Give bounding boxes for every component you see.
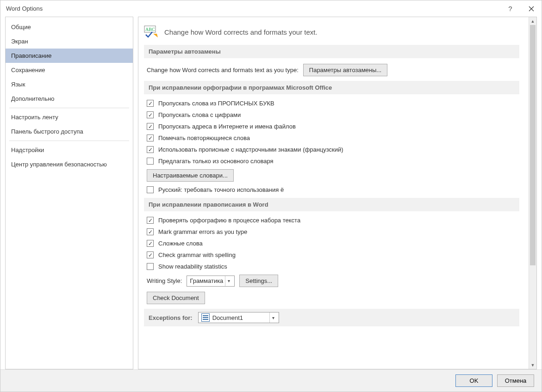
autocorrect-options-button[interactable]: Параметры автозамены... [303, 64, 387, 76]
window-title: Word Options [6, 5, 43, 12]
check-french-caps-label: Использовать прописные с надстрочными зн… [158, 146, 343, 153]
page-header-text: Change how Word corrects and formats you… [164, 28, 318, 36]
chevron-down-icon: ▾ [269, 312, 277, 323]
check-numbers[interactable] [147, 111, 154, 118]
check-repeated[interactable] [147, 135, 154, 141]
check-main-dict-label: Предлагать только из основного словаря [158, 158, 274, 165]
check-russian-yo[interactable] [147, 186, 154, 193]
nav-trust-center[interactable]: Центр управления безопасностью [6, 157, 133, 172]
custom-dictionaries-button[interactable]: Настраиваемые словари... [147, 169, 234, 182]
section-office-spelling: При исправлении орфографии в программах … [144, 81, 519, 94]
check-grammar-typing[interactable] [147, 228, 154, 235]
scroll-up-icon[interactable]: ▲ [529, 17, 536, 25]
exceptions-document-select[interactable]: Document1 ▾ [198, 312, 279, 323]
grammar-settings-button[interactable]: Settings... [239, 275, 278, 287]
check-spell-typing-label: Проверять орфографию в процессе набора т… [158, 217, 300, 224]
page-header: ABC Change how Word corrects and formats… [144, 25, 519, 38]
chevron-down-icon: ▾ [225, 276, 232, 286]
check-complex-words-label: Сложные слова [158, 240, 203, 247]
sidebar: Общие Экран Правописание Сохранение Язык… [5, 17, 133, 369]
check-document-button[interactable]: Check Document [147, 292, 205, 304]
nav-advanced[interactable]: Дополнительно [6, 92, 133, 106]
writing-style-label: Writing Style: [147, 277, 182, 284]
close-button[interactable] [521, 0, 542, 17]
nav-addins[interactable]: Надстройки [6, 143, 133, 157]
check-spell-typing[interactable] [147, 217, 154, 224]
nav-save[interactable]: Сохранение [6, 63, 133, 77]
section-word-spelling: При исправлении правописания в Word [144, 198, 519, 211]
titlebar: Word Options ? [0, 0, 542, 17]
nav-display[interactable]: Экран [6, 34, 133, 49]
writing-style-select[interactable]: Грамматика ▾ [187, 276, 235, 287]
check-main-dict[interactable] [147, 158, 154, 165]
document-icon [201, 313, 210, 322]
check-uppercase[interactable] [147, 100, 154, 107]
nav-proofing[interactable]: Правописание [6, 49, 133, 63]
check-readability-label: Show readability statistics [158, 263, 227, 270]
nav-language[interactable]: Язык [6, 77, 133, 92]
check-repeated-label: Помечать повторяющиеся слова [158, 135, 250, 141]
section-autocorrect: Параметры автозамены [144, 45, 519, 58]
nav-quick-access[interactable]: Панель быстрого доступа [6, 124, 133, 139]
nav-general[interactable]: Общие [6, 20, 133, 34]
content: Общие Экран Правописание Сохранение Язык… [0, 17, 542, 369]
dialog-footer: OK Отмена [0, 369, 542, 392]
cancel-button[interactable]: Отмена [497, 374, 534, 387]
ok-button[interactable]: OK [455, 374, 492, 387]
check-grammar-spelling[interactable] [147, 251, 154, 258]
scroll-down-icon[interactable]: ▼ [529, 361, 536, 369]
check-grammar-typing-label: Mark grammar errors as you type [158, 228, 247, 235]
check-complex-words[interactable] [147, 240, 154, 247]
autocorrect-desc: Change how Word corrects and formats tex… [147, 67, 299, 74]
scroll-thumb[interactable] [530, 25, 536, 265]
check-numbers-label: Пропускать слова с цифрами [158, 111, 241, 118]
check-french-caps[interactable] [147, 146, 154, 153]
check-grammar-spelling-label: Check grammar with spelling [158, 251, 236, 258]
nav-customize-ribbon[interactable]: Настроить ленту [6, 110, 133, 124]
section-exceptions: Exceptions for: Document1 ▾ [144, 309, 519, 326]
svg-text:ABC: ABC [145, 27, 155, 32]
proofing-icon: ABC [144, 25, 160, 38]
check-urls-label: Пропускать адреса в Интернете и имена фа… [158, 123, 296, 130]
help-button[interactable]: ? [500, 0, 521, 17]
main-panel: ABC Change how Word corrects and formats… [138, 17, 537, 369]
vertical-scrollbar[interactable]: ▲ ▼ [529, 17, 536, 369]
check-readability[interactable] [147, 263, 154, 270]
check-russian-yo-label: Русский: требовать точного использования… [158, 186, 284, 193]
check-uppercase-label: Пропускать слова из ПРОПИСНЫХ БУКВ [158, 100, 274, 107]
check-urls[interactable] [147, 123, 154, 130]
